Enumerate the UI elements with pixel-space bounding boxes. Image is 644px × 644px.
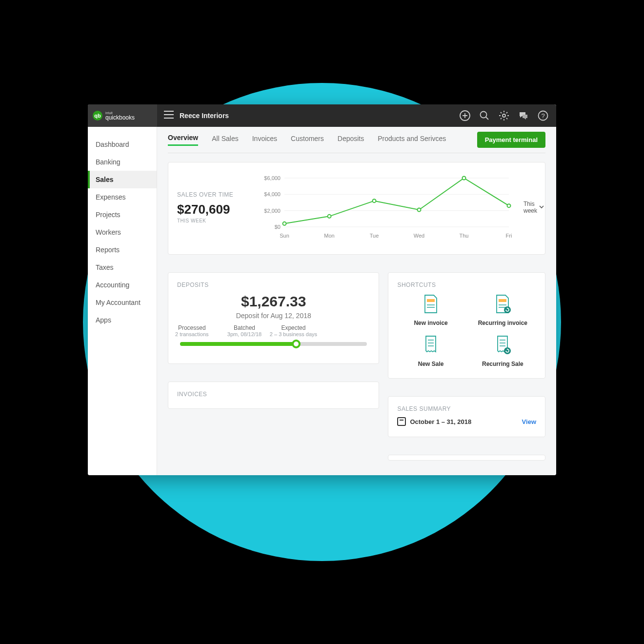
hamburger-icon[interactable] — [164, 111, 174, 121]
sidebar-item-my-accountant[interactable]: My Accountant — [88, 294, 157, 311]
sales-over-time-card: SALES OVER TIME $270,609 THIS WEEK $0$2,… — [168, 162, 545, 255]
shortcut-label: Recurring invoice — [478, 320, 527, 326]
body: Dashboard Banking Sales Expenses Project… — [88, 127, 556, 475]
shortcuts-card: SHORTCUTS New invoice Recurring invoice — [388, 272, 545, 379]
sales-over-time-title: SALES OVER TIME — [177, 191, 250, 198]
progress-fill — [180, 342, 296, 346]
tab-invoices[interactable]: Invoices — [252, 135, 277, 145]
tab-all-sales[interactable]: All Sales — [212, 135, 238, 145]
sidebar-item-projects[interactable]: Projects — [88, 206, 157, 223]
chat-icon[interactable] — [518, 110, 529, 121]
sidebar-item-apps[interactable]: Apps — [88, 311, 157, 329]
shortcuts-title: SHORTCUTS — [397, 282, 536, 288]
invoice-recurring-icon — [494, 294, 511, 316]
tabs: Overview All Sales Invoices Customers De… — [168, 127, 545, 153]
tab-deposits[interactable]: Deposits — [338, 135, 364, 145]
tab-products[interactable]: Products and Serivces — [378, 135, 446, 145]
deposits-amount: $1,267.33 — [177, 293, 370, 310]
sales-chart: $0$2,000$4,000$6,000SunMonTueWedThuFri — [260, 171, 514, 243]
svg-point-21 — [373, 199, 376, 202]
sales-over-time-period: THIS WEEK — [177, 218, 250, 223]
svg-text:$2,000: $2,000 — [264, 208, 281, 214]
app-window: qb intuit quickbooks Reece Interiors ? D… — [88, 104, 556, 475]
topbar: qb intuit quickbooks Reece Interiors ? — [88, 104, 556, 127]
date-range-label: This week — [523, 201, 537, 214]
svg-point-1 — [481, 112, 487, 118]
progress-step-batched: Batched 3pm, 08/12/18 — [227, 324, 262, 337]
svg-text:?: ? — [541, 112, 544, 120]
date-range-selector[interactable]: This week — [523, 201, 544, 214]
sidebar-item-sales[interactable]: Sales — [88, 171, 157, 188]
sales-summary-card: SALES SUMMARY October 1 – 31, 2018 View — [388, 396, 545, 437]
tab-customers[interactable]: Customers — [291, 135, 324, 145]
sidebar-item-workers[interactable]: Workers — [88, 223, 157, 241]
svg-point-2 — [503, 114, 505, 117]
qb-logo-icon: qb — [93, 111, 102, 121]
receipt-recurring-icon — [494, 335, 511, 357]
payment-terminal-button[interactable]: Payment terminal — [477, 132, 545, 148]
shortcut-new-sale[interactable]: New Sale — [397, 335, 464, 367]
brand-name: quickbooks — [105, 115, 135, 121]
shortcut-new-invoice[interactable]: New invoice — [397, 294, 464, 326]
shortcut-label: New Sale — [418, 361, 444, 367]
sales-summary-date: October 1 – 31, 2018 — [397, 417, 471, 426]
sidebar-item-taxes[interactable]: Taxes — [88, 259, 157, 276]
svg-rect-25 — [427, 299, 435, 302]
progress-step-processed: Processed 2 transactions — [175, 324, 208, 337]
invoices-card: INVOICES — [168, 382, 379, 409]
tab-overview[interactable]: Overview — [168, 134, 198, 146]
receipt-icon — [422, 335, 440, 357]
sidebar-item-expenses[interactable]: Expenses — [88, 188, 157, 206]
sidebar-item-dashboard[interactable]: Dashboard — [88, 136, 157, 153]
svg-point-24 — [507, 204, 511, 207]
brand[interactable]: qb intuit quickbooks — [88, 104, 157, 127]
invoices-title: INVOICES — [177, 391, 370, 398]
svg-text:Thu: Thu — [460, 233, 469, 239]
shortcut-recurring-invoice[interactable]: Recurring invoice — [469, 294, 536, 326]
sidebar-item-accounting[interactable]: Accounting — [88, 276, 157, 294]
help-icon[interactable]: ? — [538, 110, 548, 121]
svg-rect-26 — [499, 299, 506, 302]
sidebar-item-reports[interactable]: Reports — [88, 241, 157, 259]
add-icon[interactable] — [460, 110, 470, 121]
sidebar: Dashboard Banking Sales Expenses Project… — [88, 127, 157, 475]
shortcut-recurring-sale[interactable]: Recurring Sale — [469, 335, 536, 367]
deposits-subtitle: Deposit for Aug 12, 2018 — [177, 312, 370, 320]
svg-text:Tue: Tue — [370, 233, 379, 239]
sidebar-item-banking[interactable]: Banking — [88, 153, 157, 171]
svg-point-19 — [283, 222, 286, 225]
brand-text: intuit quickbooks — [105, 111, 135, 121]
svg-point-23 — [463, 177, 466, 180]
sales-over-time-amount: $270,609 — [177, 202, 250, 217]
svg-text:Fri: Fri — [506, 233, 512, 239]
svg-text:$0: $0 — [275, 224, 281, 230]
svg-text:Sun: Sun — [280, 233, 289, 239]
search-icon[interactable] — [479, 110, 490, 121]
svg-text:$4,000: $4,000 — [264, 191, 281, 197]
svg-point-20 — [328, 215, 331, 218]
company-name[interactable]: Reece Interiors — [180, 112, 229, 120]
empty-card — [388, 455, 545, 461]
shortcut-label: New invoice — [414, 320, 447, 326]
topbar-actions: ? — [460, 110, 556, 121]
sales-summary-title: SALES SUMMARY — [397, 405, 536, 412]
deposits-progress: Processed 2 transactions Batched 3pm, 08… — [177, 342, 370, 349]
svg-text:Mon: Mon — [324, 233, 334, 239]
svg-text:Wed: Wed — [414, 233, 424, 239]
svg-text:$6,000: $6,000 — [264, 175, 281, 181]
main: Overview All Sales Invoices Customers De… — [157, 127, 556, 475]
progress-knob[interactable] — [292, 340, 301, 348]
deposits-title: DEPOSITS — [177, 282, 370, 288]
svg-point-22 — [418, 208, 421, 212]
calendar-icon — [397, 417, 406, 426]
progress-step-expected: Expected 2 – 3 business days — [270, 324, 317, 337]
deposits-card: DEPOSITS $1,267.33 Deposit for Aug 12, 2… — [168, 272, 379, 364]
invoice-icon — [422, 294, 440, 316]
shortcut-label: Recurring Sale — [482, 361, 523, 367]
gear-icon[interactable] — [499, 110, 509, 121]
sales-summary-view-link[interactable]: View — [522, 418, 536, 425]
progress-track[interactable] — [180, 342, 367, 346]
chevron-down-icon — [539, 204, 544, 211]
